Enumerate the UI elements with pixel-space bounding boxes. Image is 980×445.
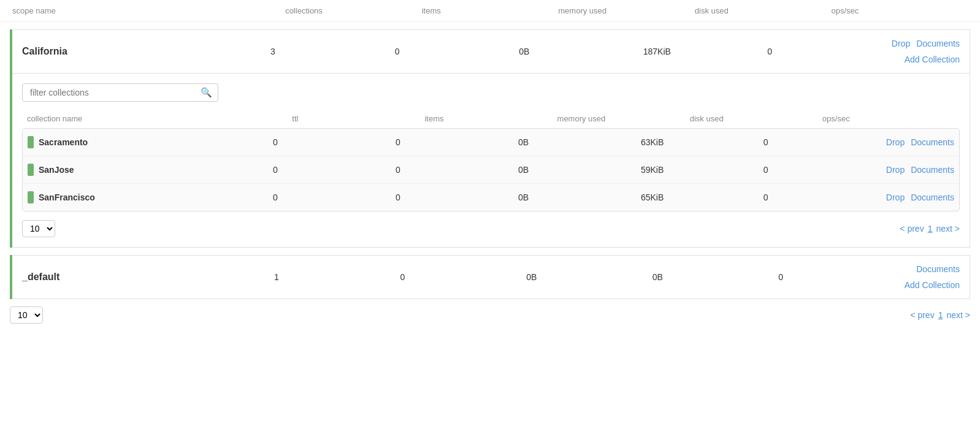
collection-ops: 0: [764, 192, 886, 202]
outer-current-page[interactable]: 1: [938, 310, 943, 320]
header-ops-sec: ops/sec: [831, 6, 968, 15]
scope-california-disk: 187KiB: [643, 47, 768, 56]
california-current-page[interactable]: 1: [928, 224, 933, 234]
scope-default-actions: Documents Add Collection: [905, 264, 960, 290]
scope-california-actions: Drop Documents Add Collection: [892, 39, 960, 64]
collection-name-cell: SanJose: [28, 164, 273, 176]
scope-default-name: _default: [22, 272, 274, 283]
col-header-name: collection name: [27, 114, 292, 123]
collection-items: 0: [396, 192, 518, 202]
sacramento-drop-link[interactable]: Drop: [886, 137, 905, 147]
col-header-ops: ops/sec: [822, 114, 955, 123]
collection-name: SanFrancisco: [39, 192, 95, 202]
green-status-indicator: [28, 191, 34, 203]
collection-row-actions: Drop Documents: [886, 192, 954, 202]
collection-name: Sacramento: [39, 137, 88, 147]
scope-default-disk: 0B: [653, 272, 779, 282]
col-header-ttl: ttl: [292, 114, 424, 123]
scope-default-memory: 0B: [526, 272, 653, 282]
sanjose-documents-link[interactable]: Documents: [911, 165, 954, 175]
california-pagination-bar: 10 25 50 < prev 1 next >: [22, 220, 960, 237]
sanjose-drop-link[interactable]: Drop: [886, 165, 905, 175]
green-status-indicator: [28, 164, 34, 176]
california-drop-link[interactable]: Drop: [892, 39, 910, 48]
collection-name-cell: SanFrancisco: [28, 191, 273, 203]
sanfrancisco-drop-link[interactable]: Drop: [886, 192, 905, 202]
scope-california-name: California: [22, 46, 270, 57]
green-status-indicator: [28, 136, 34, 148]
collection-memory: 0B: [518, 165, 641, 175]
california-documents-link[interactable]: Documents: [916, 39, 960, 48]
collection-disk: 65KiB: [641, 192, 764, 202]
california-add-collection-link[interactable]: Add Collection: [905, 55, 960, 64]
header-disk-used: disk used: [695, 6, 832, 15]
main-table-header: scope name collections items memory used…: [0, 0, 980, 22]
sanfrancisco-documents-link[interactable]: Documents: [911, 192, 954, 202]
outer-next-page[interactable]: next >: [946, 310, 970, 320]
collection-ops: 0: [764, 137, 886, 147]
header-scope-name: scope name: [12, 6, 285, 15]
collection-table-header: collection name ttl items memory used di…: [22, 112, 960, 126]
scope-california-items: 0: [395, 47, 519, 56]
col-header-memory: memory used: [557, 114, 690, 123]
default-documents-link[interactable]: Documents: [916, 264, 960, 274]
outer-prev-page[interactable]: < prev: [910, 310, 934, 320]
collection-items: 0: [396, 137, 518, 147]
collection-memory: 0B: [518, 137, 641, 147]
collection-disk: 63KiB: [641, 137, 764, 147]
california-pagination-nav: < prev 1 next >: [900, 224, 960, 234]
scope-california-collections: 3: [270, 47, 395, 56]
outer-pagination-bar: 10 25 50 < prev 1 next >: [10, 306, 970, 324]
header-collections: collections: [285, 6, 422, 15]
table-row: SanFrancisco 0 0 0B 65KiB 0 Drop Documen…: [23, 184, 959, 211]
scope-default-ops: 0: [778, 272, 905, 282]
scope-california-body: 🔍 collection name ttl items memory used …: [12, 74, 970, 248]
table-row: SanJose 0 0 0B 59KiB 0 Drop Documents: [23, 156, 959, 184]
filter-collections-input[interactable]: [22, 83, 218, 102]
collection-name: SanJose: [39, 165, 74, 175]
filter-input-wrap: 🔍: [22, 83, 218, 102]
collection-row-actions: Drop Documents: [886, 137, 954, 147]
default-add-collection-link[interactable]: Add Collection: [905, 280, 960, 290]
collection-memory: 0B: [518, 192, 641, 202]
scope-default-collections: 1: [274, 272, 400, 282]
scope-default-header: _default 1 0 0B 0B 0 Documents Add Colle…: [12, 255, 970, 299]
outer-page-size-select[interactable]: 10 25 50: [10, 306, 43, 324]
scope-california-header: California 3 0 0B 187KiB 0 Drop Document…: [12, 29, 970, 74]
col-header-disk: disk used: [690, 114, 822, 123]
collection-ttl: 0: [273, 137, 396, 147]
collection-items: 0: [396, 165, 518, 175]
filter-bar: 🔍: [22, 83, 960, 102]
table-row: Sacramento 0 0 0B 63KiB 0 Drop Documents: [23, 129, 959, 156]
scope-california-ops: 0: [767, 47, 892, 56]
collection-rows: Sacramento 0 0 0B 63KiB 0 Drop Documents…: [22, 128, 960, 211]
col-header-items: items: [424, 114, 557, 123]
california-prev-page[interactable]: < prev: [900, 224, 924, 234]
scope-default-items: 0: [400, 272, 527, 282]
header-memory-used: memory used: [558, 6, 695, 15]
collection-ttl: 0: [273, 192, 396, 202]
outer-pagination-nav: < prev 1 next >: [910, 310, 970, 320]
header-items: items: [422, 6, 559, 15]
collection-ops: 0: [764, 165, 886, 175]
scope-california-memory: 0B: [519, 47, 643, 56]
sacramento-documents-link[interactable]: Documents: [911, 137, 954, 147]
scope-default: _default 1 0 0B 0B 0 Documents Add Colle…: [10, 255, 970, 299]
collection-name-cell: Sacramento: [28, 136, 273, 148]
collection-disk: 59KiB: [641, 165, 764, 175]
collection-ttl: 0: [273, 165, 396, 175]
california-next-page[interactable]: next >: [936, 224, 960, 234]
collection-row-actions: Drop Documents: [886, 165, 954, 175]
california-page-size-select[interactable]: 10 25 50: [22, 220, 55, 237]
scope-california: California 3 0 0B 187KiB 0 Drop Document…: [10, 29, 970, 248]
